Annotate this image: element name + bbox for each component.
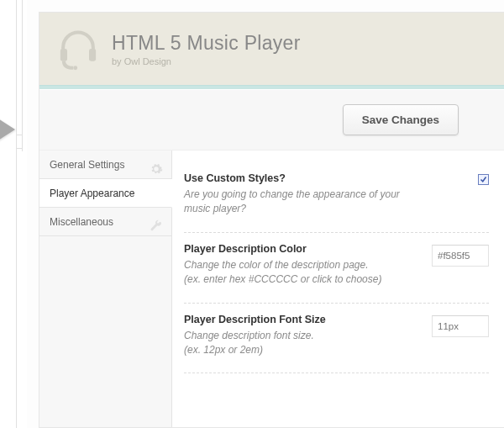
settings-panel: HTML 5 Music Player by Owl Design Save C… [39,12,504,428]
svg-point-2 [73,66,77,70]
sidebar-item-appearance[interactable]: Player Appearance [39,179,172,208]
setting-label: Player Description Font Size [184,314,418,325]
sidebar-item-label: Player Appearance [50,188,134,199]
check-icon [480,176,487,183]
sidebar-item-label: Miscellaneous [50,216,113,228]
gear-icon [150,158,163,172]
settings-content: Use Custom Styles? Are you going to chan… [172,151,504,427]
left-gutter [0,0,27,428]
sidebar-item-misc[interactable]: Miscellaneous [39,208,171,236]
page-title: HTML 5 Music Player [112,32,301,55]
sidebar-item-label: General Settings [50,159,124,171]
setting-label: Player Description Color [184,243,418,255]
custom-styles-checkbox[interactable] [478,174,489,185]
setting-label: Use Custom Styles? [184,172,418,184]
setting-row: Player Description Color Change the colo… [184,233,489,304]
svg-rect-1 [89,49,96,61]
setting-hint: (ex. 12px or 2em) [184,343,418,357]
settings-sidebar: General Settings Player Appearance Misce… [39,151,172,427]
setting-row: Use Custom Styles? Are you going to chan… [184,162,489,233]
setting-desc: Are you going to change the appearance o… [184,188,418,217]
wrench-icon [150,215,163,229]
setting-hint: (ex. enter hex #CCCCCC or click to choos… [184,272,418,287]
svg-rect-0 [60,49,67,61]
toolbar: Save Changes [39,90,504,151]
headset-icon [56,27,100,71]
setting-desc: Change description font size. [184,329,418,343]
description-color-input[interactable] [432,245,489,267]
panel-header: HTML 5 Music Player by Owl Design [39,13,504,85]
description-fontsize-input[interactable] [432,315,489,337]
setting-desc: Change the color of the description page… [184,258,418,272]
sidebar-item-general[interactable]: General Settings [39,151,171,179]
setting-row: Player Description Font Size Change desc… [184,304,489,374]
collapse-arrow-icon[interactable] [0,114,15,145]
save-button[interactable]: Save Changes [343,104,459,135]
page-byline: by Owl Design [112,56,301,66]
